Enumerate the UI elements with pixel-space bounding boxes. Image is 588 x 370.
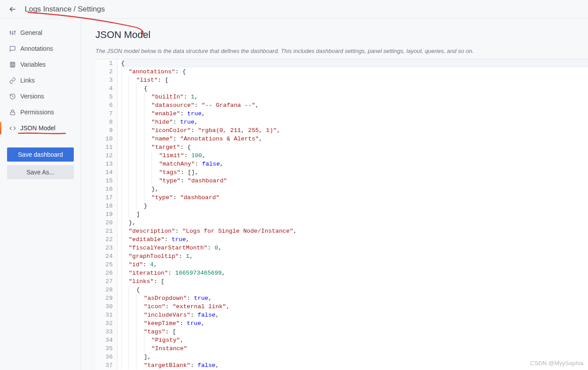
svg-point-14 [13, 66, 14, 66]
sidebar-item-label: Variables [20, 61, 46, 68]
sidebar-item-json-model[interactable]: JSON Model [7, 121, 74, 135]
sidebar-item-variables[interactable]: Variables [7, 57, 74, 72]
svg-point-6 [14, 31, 15, 32]
comment-icon [9, 45, 16, 52]
sidebar-item-label: Versions [20, 93, 44, 100]
svg-rect-15 [10, 112, 15, 114]
page-header: Logs Instance / Settings [0, 0, 588, 19]
watermark: CSDN @MyySophia [530, 360, 584, 366]
breadcrumb: Logs Instance / Settings [25, 5, 105, 14]
editor-code[interactable]: { "annotations": { "list": [ { "builtIn"… [118, 59, 588, 370]
calculator-icon [9, 61, 16, 68]
svg-point-12 [11, 66, 11, 66]
sidebar-item-links[interactable]: Links [7, 73, 74, 87]
sidebar-item-general[interactable]: General [7, 26, 74, 40]
svg-point-5 [12, 33, 13, 34]
back-button[interactable] [7, 4, 18, 15]
save-dashboard-button[interactable]: Save dashboard [7, 147, 74, 162]
json-editor[interactable]: 1234567891011121314151617181920212223242… [95, 59, 588, 370]
sliders-icon [9, 29, 16, 36]
save-as-button[interactable]: Save As... [7, 165, 74, 179]
sidebar-item-versions[interactable]: Versions [7, 89, 74, 103]
main-content: JSON Model The JSON model below is the d… [81, 19, 588, 370]
lock-icon [9, 109, 16, 116]
sidebar-item-label: Links [20, 77, 35, 84]
sidebar-item-annotations[interactable]: Annotations [7, 42, 74, 56]
svg-point-10 [12, 65, 13, 65]
sidebar-item-label: General [20, 29, 42, 36]
history-icon [9, 93, 16, 100]
code-icon [9, 125, 16, 132]
svg-point-11 [13, 65, 14, 65]
editor-gutter: 1234567891011121314151617181920212223242… [95, 59, 118, 370]
link-icon [9, 77, 16, 84]
page-title: JSON Model [95, 29, 588, 41]
sidebar-item-label: JSON Model [20, 125, 55, 132]
svg-point-9 [11, 65, 11, 65]
svg-point-4 [10, 31, 11, 33]
sidebar-item-permissions[interactable]: Permissions [7, 105, 74, 119]
sidebar-item-label: Permissions [20, 109, 54, 116]
settings-sidebar: General Annotations Variables Links [0, 19, 81, 370]
sidebar-item-label: Annotations [20, 45, 53, 52]
svg-point-13 [12, 66, 13, 66]
svg-rect-8 [11, 63, 14, 64]
arrow-left-icon [8, 5, 16, 13]
page-description: The JSON model below is the data structu… [95, 48, 588, 54]
